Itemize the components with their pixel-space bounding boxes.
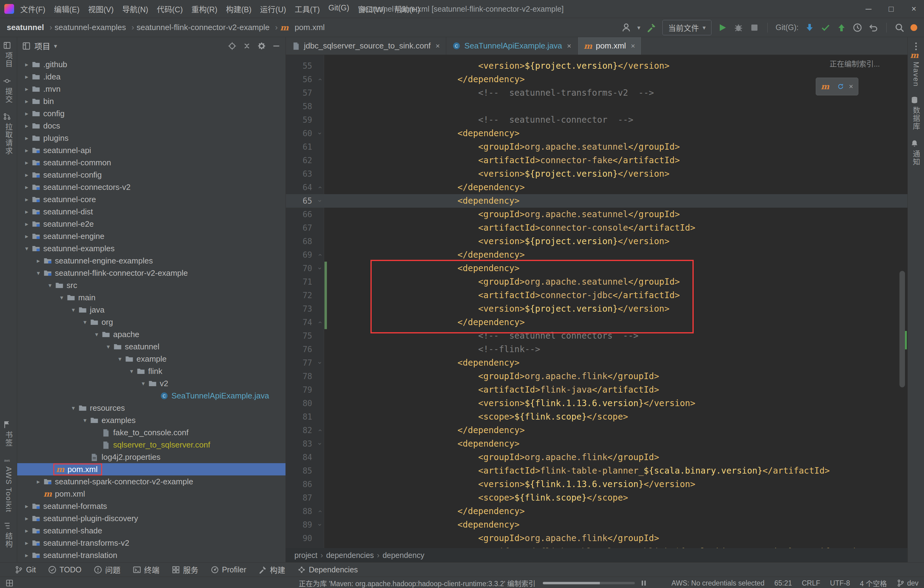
chevron-right-icon[interactable]: ▸	[21, 502, 32, 510]
code-line[interactable]: 82› </dependency>	[286, 424, 908, 437]
chevron-down-icon[interactable]: ▾	[21, 245, 32, 252]
tree-row[interactable]: ▸seatunnel-connectors-v2	[17, 181, 285, 193]
tree-row[interactable]: fake_to_console.conf	[17, 426, 285, 439]
tree-row[interactable]: ▾org	[17, 316, 285, 328]
line-separator[interactable]: CRLF	[802, 579, 820, 587]
minimize-icon[interactable]: ─	[858, 0, 879, 18]
fold-marker-icon[interactable]	[315, 221, 325, 235]
tool-window-button-maven[interactable]: mMaven	[911, 51, 922, 87]
code-text[interactable]: <version>${flink.1.13.6.version}</versio…	[327, 396, 695, 410]
code-text[interactable]: <version>${project.version}</version>	[327, 59, 670, 73]
code-line[interactable]: 63 <version>${project.version}</version>	[286, 167, 908, 181]
tree-row[interactable]: ▸bin	[17, 95, 285, 107]
fold-marker-icon[interactable]	[315, 491, 325, 505]
breadcrumb-item[interactable]: dependencies	[326, 551, 380, 560]
menu-item[interactable]: 构建(B)	[226, 3, 251, 15]
menu-item[interactable]: 重构(R)	[191, 3, 218, 15]
indent-setting[interactable]: 4 个空格	[860, 578, 887, 588]
chevron-down-icon[interactable]: ▾	[138, 380, 148, 387]
code-text[interactable]: <dependency>	[327, 356, 520, 370]
tree-row[interactable]: ▸seatunnel-engine	[17, 230, 285, 242]
pause-indexing-icon[interactable]	[640, 579, 648, 587]
tool-window-button-git[interactable]: Git	[15, 565, 36, 574]
code-line[interactable]: 69› </dependency>	[286, 248, 908, 262]
code-text[interactable]: <dependency>	[327, 518, 520, 532]
tree-row[interactable]: mpom.xml	[17, 463, 285, 476]
tool-window-button--[interactable]: 问题	[94, 564, 120, 575]
fold-marker-icon[interactable]	[315, 383, 325, 396]
chevron-right-icon[interactable]: ▸	[33, 257, 43, 264]
project-panel-title[interactable]: 项目	[35, 40, 50, 51]
user-account-icon[interactable]	[621, 23, 631, 33]
code-line[interactable]: 62 <artifactId>connector-fake</artifactI…	[286, 154, 908, 167]
run-button[interactable]	[718, 23, 728, 33]
code-text[interactable]: <artifactId>flink-table-planner_${scala.…	[327, 464, 830, 477]
fold-marker-icon[interactable]	[315, 302, 325, 315]
code-text[interactable]: </dependency>	[327, 248, 525, 262]
breadcrumb-item[interactable]: seatunnel-flink-connector-v2-example	[137, 23, 277, 32]
chevron-right-icon[interactable]: ▸	[21, 110, 32, 117]
tree-row[interactable]: ▾main	[17, 291, 285, 304]
tree-row[interactable]: ▸seatunnel-translation	[17, 549, 285, 561]
tool-window-button-profiler[interactable]: Profiler	[211, 565, 246, 574]
code-line[interactable]: 57 <!-- seatunnel-transforms-v2 -->	[286, 86, 908, 100]
code-text[interactable]: </dependency>	[327, 73, 525, 86]
editor-scrollbar[interactable]	[899, 271, 905, 387]
tool-window-button-window[interactable]: 项目	[3, 41, 14, 68]
update-project-button[interactable]	[805, 23, 815, 33]
build-project-button[interactable]	[647, 23, 656, 33]
fold-marker-icon[interactable]	[315, 477, 325, 491]
code-text[interactable]: <!-- seatunnel connectors -->	[327, 329, 639, 343]
menu-item[interactable]: 导航(N)	[122, 3, 148, 15]
code-line[interactable]: 86 <version>${flink.1.13.6.version}</ver…	[286, 477, 908, 491]
code-text[interactable]: <version>${flink.1.13.6.version}</versio…	[327, 477, 695, 491]
code-text[interactable]: <artifactId>flink-java</artifactId>	[327, 383, 659, 396]
code-line[interactable]: 88› </dependency>	[286, 505, 908, 518]
breadcrumb-item[interactable]: seatunnel	[7, 23, 52, 32]
fold-marker-icon[interactable]: ›	[315, 127, 325, 140]
code-line[interactable]: 65› <dependency>	[286, 194, 908, 208]
code-text[interactable]: <version>${project.version}</version>	[327, 302, 670, 315]
tree-row[interactable]: ▸seatunnel-e2e	[17, 218, 285, 230]
fold-marker-icon[interactable]	[315, 329, 325, 343]
code-text[interactable]: <dependency>	[327, 194, 520, 208]
tree-row[interactable]: ▾v2	[17, 377, 285, 390]
tree-row[interactable]: ▸seatunnel-config	[17, 169, 285, 181]
tree-row[interactable]: ▾apache	[17, 328, 285, 340]
menu-item[interactable]: 视图(V)	[88, 3, 114, 15]
tab-close-icon[interactable]: ×	[436, 42, 440, 50]
chevron-right-icon[interactable]: ▸	[21, 539, 32, 547]
code-text[interactable]: <scope>${flink.scope}</scope>	[327, 491, 628, 505]
fold-marker-icon[interactable]: ›	[315, 194, 325, 208]
code-text[interactable]: <groupId>org.apache.seatunnel</groupId>	[327, 275, 680, 289]
debug-button[interactable]	[734, 23, 743, 33]
chevron-right-icon[interactable]: ▸	[21, 147, 32, 154]
collapse-all-icon[interactable]	[243, 42, 251, 50]
fold-marker-icon[interactable]	[315, 86, 325, 100]
fold-marker-icon[interactable]	[315, 343, 325, 356]
code-line[interactable]: 79 <artifactId>flink-java</artifactId>	[286, 383, 908, 396]
tree-row[interactable]: ▸seatunnel-engine-examples	[17, 254, 285, 267]
menu-item[interactable]: 编辑(E)	[54, 3, 79, 15]
code-text[interactable]: </dependency>	[327, 181, 525, 194]
tab-options-icon[interactable]	[911, 41, 921, 51]
fold-marker-icon[interactable]	[315, 289, 325, 302]
tab-close-icon[interactable]: ×	[631, 42, 635, 50]
code-line[interactable]: 73 <version>${project.version}</version>	[286, 302, 908, 315]
menu-item[interactable]: 文件(F)	[20, 3, 45, 15]
code-line[interactable]: 56› </dependency>	[286, 73, 908, 86]
file-encoding[interactable]: UTF-8	[830, 579, 850, 587]
tree-row[interactable]: ▸seatunnel-transforms-v2	[17, 537, 285, 549]
chevron-down-icon[interactable]: ▾	[33, 269, 43, 277]
tree-row[interactable]: CSeaTunnelApiExample.java	[17, 390, 285, 402]
tree-row[interactable]: ▸seatunnel-formats	[17, 500, 285, 512]
code-text[interactable]: <!-- seatunnel-transforms-v2 -->	[327, 86, 654, 100]
fold-marker-icon[interactable]: ›	[315, 73, 325, 86]
tree-row[interactable]: ▸plugins	[17, 132, 285, 144]
tree-row[interactable]: ▾src	[17, 279, 285, 291]
fold-marker-icon[interactable]	[315, 464, 325, 477]
tree-row[interactable]: ▸.github	[17, 58, 285, 71]
tree-row[interactable]: ▸seatunnel-dist	[17, 205, 285, 218]
fold-marker-icon[interactable]: ›	[315, 424, 325, 437]
chevron-right-icon[interactable]: ▸	[21, 196, 32, 203]
